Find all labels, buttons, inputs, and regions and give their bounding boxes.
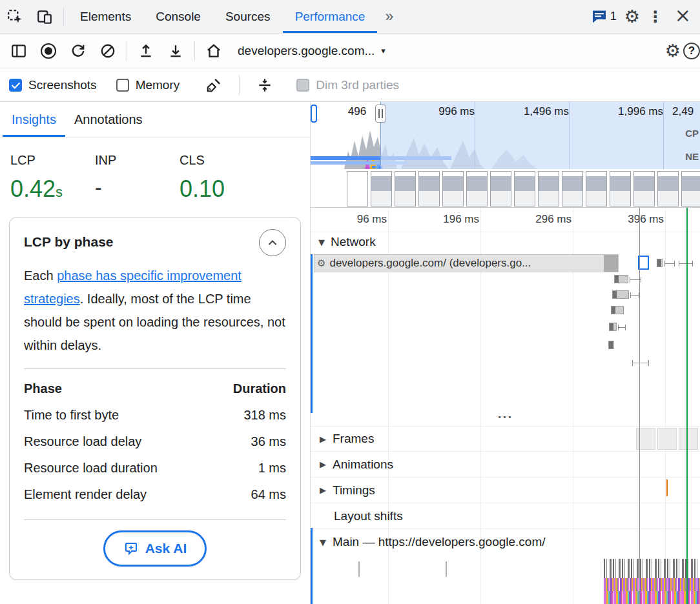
timings-track[interactable]: ▶ Timings xyxy=(311,478,700,503)
filmstrip-thumbnail[interactable] xyxy=(681,171,700,206)
download-icon xyxy=(167,43,184,59)
dim-3rd-parties-checkbox[interactable] xyxy=(296,79,309,92)
filmstrip-thumbnail[interactable] xyxy=(371,171,392,206)
network-track-header[interactable]: ▼ Network xyxy=(318,235,376,249)
ai-chat-icon xyxy=(123,541,139,556)
clear-recording-button[interactable] xyxy=(93,43,123,59)
collapse-flame-button[interactable] xyxy=(250,77,280,94)
console-messages-button[interactable]: 1 xyxy=(586,10,622,24)
metric-cls[interactable]: CLS 0.10 xyxy=(180,153,264,203)
filmstrip-thumbnail[interactable] xyxy=(633,171,655,206)
divider xyxy=(127,41,127,61)
network-request-bar[interactable] xyxy=(614,275,628,283)
tab-console[interactable]: Console xyxy=(143,0,213,33)
ask-ai-label: Ask AI xyxy=(145,541,187,556)
inspect-icon xyxy=(6,8,23,25)
divider xyxy=(63,7,64,26)
metric-lcp[interactable]: LCP 0.42s xyxy=(10,153,95,203)
lcp-value: 0.42s xyxy=(10,176,95,203)
network-request-bar[interactable] xyxy=(612,290,629,299)
filmstrip-thumbnail[interactable] xyxy=(442,171,464,206)
capture-options-toolbar: Screenshots Memory Dim 3rd parties xyxy=(0,68,700,102)
caret-down-icon: ▾ xyxy=(381,46,386,55)
animations-track-label: Animations xyxy=(333,458,393,472)
more-tabs-button[interactable]: » xyxy=(377,0,401,33)
screenshot-filmstrip xyxy=(311,170,700,208)
home-button[interactable] xyxy=(199,43,229,59)
capture-settings-button[interactable]: ⚙ xyxy=(665,41,681,61)
network-request-bar[interactable] xyxy=(611,306,624,314)
device-toolbar-button[interactable] xyxy=(30,0,59,33)
timeline-overview[interactable]: 496 996 ms 1,496 ms 1,996 ms 2,49 CP NE xyxy=(311,102,700,208)
tab-sources[interactable]: Sources xyxy=(213,0,283,33)
lcp-by-phase-card: LCP by phase Each phase has specific imp… xyxy=(9,217,301,580)
network-track-label: Network xyxy=(331,235,376,249)
overview-tick: 996 ms xyxy=(426,105,475,118)
page-url-selector[interactable]: developers.google.com... ▾ xyxy=(229,44,395,58)
filmstrip-thumbnail[interactable] xyxy=(418,171,440,206)
main-thread-track[interactable]: ▼ Main — https://developers.google.com/ xyxy=(311,528,700,556)
reload-and-record-button[interactable] xyxy=(63,43,93,59)
main-track-tick xyxy=(446,561,447,577)
settings-button[interactable]: ⚙ xyxy=(624,6,640,26)
help-button[interactable]: ? xyxy=(683,43,700,59)
triangle-down-icon: ▼ xyxy=(318,237,325,247)
layout-shifts-track-label: Layout shifts xyxy=(334,509,403,523)
animations-track[interactable]: ▶ Animations xyxy=(311,452,700,478)
network-request-bar[interactable]: ⚙ developers.google.com/ (developers.go.… xyxy=(314,254,619,272)
request-label: developers.google.com/ (developers.go... xyxy=(329,257,531,270)
filmstrip-thumbnail[interactable] xyxy=(657,171,679,206)
request-truncation-block xyxy=(604,255,618,272)
main-track-accent xyxy=(311,528,313,604)
collect-garbage-button[interactable] xyxy=(199,77,229,94)
ask-ai-button[interactable]: Ask AI xyxy=(103,530,207,567)
filmstrip-thumbnail[interactable] xyxy=(347,171,368,206)
filmstrip-thumbnail[interactable] xyxy=(610,171,631,206)
messages-count: 1 xyxy=(610,10,617,23)
inspect-element-button[interactable] xyxy=(0,0,30,33)
filmstrip-thumbnail[interactable] xyxy=(514,171,535,206)
close-devtools-button[interactable]: × xyxy=(671,4,697,29)
main-thread-flamechart[interactable] xyxy=(604,559,700,604)
overview-gridline xyxy=(663,102,664,169)
network-track-expander[interactable]: ... xyxy=(311,410,700,417)
filmstrip-thumbnail[interactable] xyxy=(466,171,488,206)
home-icon xyxy=(205,43,222,59)
divider xyxy=(194,41,195,61)
toolbar-right-icons: ⚙ ? xyxy=(665,41,696,61)
main-track-tick xyxy=(358,561,360,577)
network-track-accent xyxy=(311,254,313,413)
performance-toolbar: developers.google.com... ▾ ⚙ ? xyxy=(0,34,700,68)
network-overview-bar xyxy=(372,166,376,168)
load-profile-button[interactable] xyxy=(131,43,161,59)
filmstrip-thumbnail[interactable] xyxy=(490,171,511,206)
kebab-menu-button[interactable]: ⋮ xyxy=(643,8,668,26)
tab-elements[interactable]: Elements xyxy=(68,0,143,33)
ruler-tick: 296 ms xyxy=(526,213,571,226)
toggle-sidebar-button[interactable] xyxy=(4,43,34,59)
selection-left-handle[interactable] xyxy=(311,105,317,123)
network-request-bar[interactable] xyxy=(657,259,663,267)
network-request-bar[interactable] xyxy=(609,323,617,331)
request-whisker xyxy=(679,261,693,267)
selection-right-handle[interactable] xyxy=(375,105,386,123)
layout-shifts-track[interactable]: Layout shifts xyxy=(311,503,700,529)
divider xyxy=(24,519,286,520)
tab-annotations[interactable]: Annotations xyxy=(65,102,152,137)
screenshots-checkbox[interactable] xyxy=(9,79,22,92)
panel-left-icon xyxy=(10,43,27,59)
save-profile-button[interactable] xyxy=(161,43,190,59)
flamechart-band xyxy=(604,578,700,591)
overview-tick: 1,996 ms xyxy=(599,105,663,118)
tab-insights[interactable]: Insights xyxy=(3,102,65,137)
network-request-bar[interactable] xyxy=(608,341,614,349)
filmstrip-thumbnail[interactable] xyxy=(562,171,583,206)
filmstrip-thumbnail[interactable] xyxy=(538,171,559,206)
metric-inp[interactable]: INP - xyxy=(95,153,180,203)
filmstrip-thumbnail[interactable] xyxy=(395,171,416,206)
tab-performance[interactable]: Performance xyxy=(283,0,378,33)
collapse-card-button[interactable] xyxy=(259,229,286,256)
filmstrip-thumbnail[interactable] xyxy=(586,171,607,206)
memory-checkbox[interactable] xyxy=(116,79,129,92)
record-button[interactable] xyxy=(34,43,63,59)
